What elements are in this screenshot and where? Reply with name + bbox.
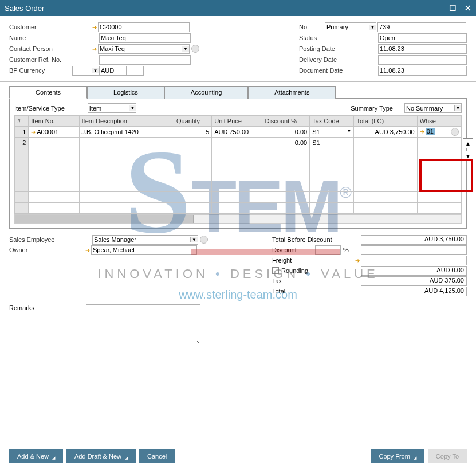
freight-value: [361, 256, 467, 265]
scroll-down-icon[interactable]: ▼: [463, 151, 473, 161]
bpcurr-rate[interactable]: [127, 67, 143, 74]
owner-field[interactable]: [92, 246, 196, 253]
remarks-label: Remarks: [9, 304, 34, 311]
tab-attachments[interactable]: Attachments: [248, 86, 336, 99]
link-arrow-icon[interactable]: ➔: [92, 24, 97, 30]
header-form: Customer ➔ Name Contact Person ➔ ▼ ⋯ Cus…: [0, 16, 476, 82]
contact-field[interactable]: [99, 45, 182, 52]
name-field[interactable]: [100, 34, 190, 41]
tab-contents[interactable]: Contents: [9, 86, 87, 99]
detail-icon[interactable]: ⋯: [191, 45, 199, 53]
tabs-region: Contents Logistics Accounting Attachment…: [9, 85, 467, 229]
link-arrow-icon[interactable]: ➔: [355, 257, 360, 264]
minimize-icon[interactable]: _: [435, 0, 441, 12]
tab-accounting[interactable]: Accounting: [164, 86, 248, 99]
salesemp-label: Sales Employee: [9, 236, 92, 243]
bpcurr-label: BP Currency: [9, 67, 72, 74]
detail-icon[interactable]: ⋯: [200, 236, 208, 244]
no-field[interactable]: [378, 23, 466, 30]
window-title: Sales Order: [5, 4, 435, 13]
horizontal-scrollbar[interactable]: [14, 214, 462, 224]
total-label: Total: [272, 288, 361, 295]
table-row[interactable]: 1 ➔A00001 J.B. Officeprint 1420 5 AUD 75…: [15, 127, 462, 138]
custref-label: Customer Ref. No.: [9, 56, 92, 63]
copy-to-button: Copy To: [428, 449, 467, 463]
add-draft-button[interactable]: Add Draft & New: [66, 449, 136, 463]
col-desc[interactable]: Item Description: [79, 116, 174, 127]
link-arrow-icon[interactable]: ➔: [85, 247, 90, 253]
col-itemno[interactable]: Item No.: [29, 116, 79, 127]
name-label: Name: [9, 34, 92, 41]
round-value: AUD 0.00: [361, 266, 467, 276]
tabset: Contents Logistics Accounting Attachment…: [9, 85, 467, 99]
round-label: Rounding: [281, 267, 361, 274]
cancel-button[interactable]: Cancel: [139, 449, 175, 463]
table-row[interactable]: 2 0.00 S1: [15, 138, 462, 148]
salesemp-select[interactable]: [93, 236, 190, 243]
col-uprice[interactable]: Unit Price: [212, 116, 262, 127]
detail-icon: ⋯: [451, 128, 459, 136]
disc-value: [361, 245, 467, 255]
tbd-label: Total Before Discount: [272, 236, 361, 243]
tab-logistics[interactable]: Logistics: [87, 86, 164, 99]
bpcurr-select[interactable]: [73, 67, 92, 74]
postdate-label: Posting Date: [299, 45, 378, 52]
col-whse[interactable]: Whse: [417, 116, 461, 127]
copy-from-button[interactable]: Copy From: [371, 449, 424, 463]
customer-field[interactable]: [99, 23, 189, 30]
dropdown-icon[interactable]: ▼: [190, 237, 198, 242]
total-value: AUD 4,125.00: [361, 287, 467, 296]
link-arrow-icon[interactable]: ➔: [92, 46, 97, 52]
col-total[interactable]: Total (LC): [354, 116, 417, 127]
docdate-field[interactable]: [379, 67, 466, 74]
add-new-button[interactable]: Add & New: [9, 449, 63, 463]
custref-field[interactable]: [100, 56, 190, 63]
postdate-field[interactable]: [379, 45, 466, 52]
freight-label: Freight: [272, 257, 355, 264]
whse-cell[interactable]: ➔01⋯: [417, 127, 461, 138]
close-icon[interactable]: ✕: [465, 3, 471, 13]
dropdown-icon[interactable]: ▼: [369, 25, 376, 30]
sumtype-select[interactable]: [405, 105, 454, 112]
docdate-label: Document Date: [299, 67, 378, 74]
header-left-col: Customer ➔ Name Contact Person ➔ ▼ ⋯ Cus…: [9, 22, 199, 76]
contact-label: Contact Person: [9, 45, 92, 52]
owner-label: Owner: [9, 246, 92, 253]
disc-pct-field[interactable]: [315, 245, 341, 255]
col-taxc[interactable]: Tax Code: [310, 116, 354, 127]
deldate-label: Delivery Date: [299, 56, 378, 63]
deldate-field[interactable]: [379, 56, 466, 63]
dropdown-icon[interactable]: ▼: [454, 105, 461, 111]
window-controls: _ ☐ ✕: [435, 2, 471, 14]
maximize-icon[interactable]: ☐: [449, 3, 457, 13]
grid-subheader: Item/Service Type ▼ Summary Type ▼: [14, 103, 462, 113]
disc-label: Discount: [272, 246, 315, 253]
tab-content: Item/Service Type ▼ Summary Type ▼ ↗ # I…: [9, 99, 467, 229]
col-qty[interactable]: Quantity: [174, 116, 212, 127]
bpcurr-field[interactable]: [100, 67, 126, 74]
scroll-up-icon[interactable]: ▲: [463, 138, 473, 148]
dropdown-icon[interactable]: ▼: [182, 46, 189, 52]
dropdown-icon[interactable]: ▼: [92, 68, 99, 73]
tbd-value: AUD 3,750.00: [361, 235, 467, 245]
link-arrow-icon: ➔: [420, 128, 424, 135]
no-type-select[interactable]: [325, 23, 369, 30]
remarks-field[interactable]: [86, 304, 200, 344]
col-num[interactable]: #: [15, 116, 29, 127]
footer-area: Sales Employee ▼ ⋯ Owner ➔ Total Before …: [9, 234, 467, 296]
dropdown-icon[interactable]: ▼: [129, 105, 136, 111]
no-label: No.: [299, 23, 325, 30]
itemtype-label: Item/Service Type: [14, 105, 65, 112]
rounding-checkbox[interactable]: [272, 267, 279, 274]
button-bar: Add & New Add Draft & New Cancel Copy Fr…: [9, 449, 467, 463]
col-disc[interactable]: Discount %: [262, 116, 310, 127]
items-grid[interactable]: # Item No. Item Description Quantity Uni…: [14, 115, 462, 214]
customer-label: Customer: [9, 23, 92, 30]
sumtype-label: Summary Type: [351, 105, 393, 112]
remarks-section: Remarks: [9, 304, 467, 344]
title-bar: Sales Order _ ☐ ✕: [0, 0, 476, 16]
status-label: Status: [299, 34, 378, 41]
header-right-col: No. ▼ Status Posting Date Delivery Date …: [299, 22, 467, 76]
status-field: [379, 34, 466, 41]
itemtype-select[interactable]: [88, 105, 129, 112]
